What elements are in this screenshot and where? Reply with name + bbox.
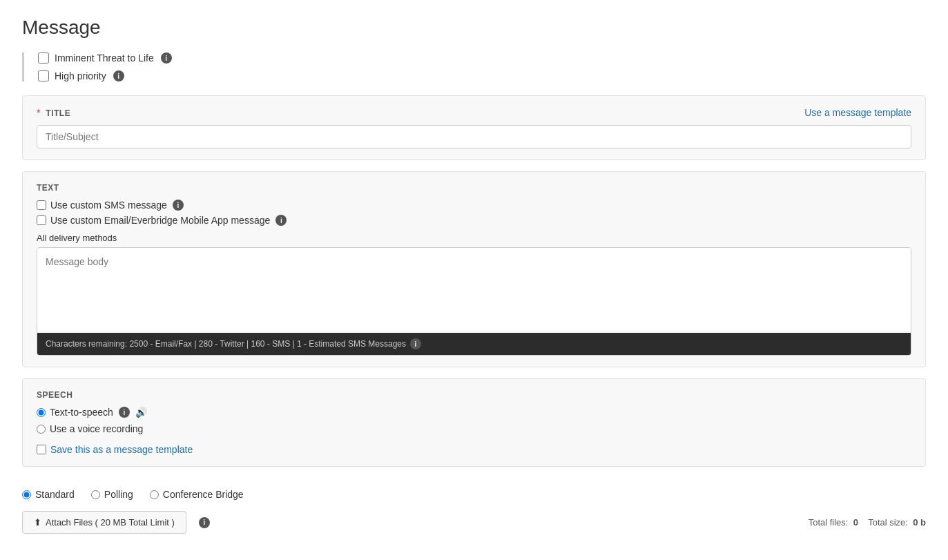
attach-files-label: Attach Files ( 20 MB Total Limit ) [46,517,175,528]
text-to-speech-label: Text-to-speech [50,407,113,418]
title-section: * TITLE Use a message template [22,95,926,160]
attach-files-button[interactable]: ⬆ Attach Files ( 20 MB Total Limit ) [22,511,186,534]
standard-delivery-item: Standard [22,489,75,500]
priority-section: Imminent Threat to Life i High priority … [22,52,926,81]
voice-recording-radio[interactable] [37,425,46,434]
required-star: * [37,107,40,118]
imminent-threat-label: Imminent Threat to Life [55,52,154,64]
page-title: Message [22,17,926,39]
char-counter-bar: Characters remaining: 2500 - Email/Fax |… [37,333,911,355]
custom-email-info-icon[interactable]: i [275,215,287,226]
polling-radio[interactable] [91,490,100,499]
text-to-speech-radio[interactable] [37,408,46,417]
save-template-label: Save this as a message template [50,444,193,455]
message-body-textarea[interactable] [37,248,911,331]
total-size-label: Total size: [868,517,908,528]
use-template-link[interactable]: Use a message template [804,107,911,118]
standard-label: Standard [35,489,75,500]
char-counter-text: Characters remaining: 2500 - Email/Fax |… [46,339,406,349]
speech-section-label: SPEECH [37,390,911,400]
speech-section: SPEECH Text-to-speech i 🔊 Use a voice re… [22,378,926,467]
polling-delivery-item: Polling [91,489,133,500]
polling-label: Polling [104,489,133,500]
custom-sms-info-icon[interactable]: i [173,200,184,211]
text-to-speech-row: Text-to-speech i 🔊 [37,407,911,418]
high-priority-row: High priority i [38,70,926,81]
char-counter-info-icon[interactable]: i [410,338,421,349]
imminent-threat-checkbox[interactable] [38,52,49,64]
imminent-threat-info-icon[interactable]: i [161,52,172,64]
standard-radio[interactable] [22,490,31,499]
custom-sms-checkbox[interactable] [37,200,46,210]
high-priority-label: High priority [55,70,106,81]
custom-email-checkbox[interactable] [37,215,46,225]
conference-bridge-radio[interactable] [150,490,159,499]
attach-info-icon[interactable]: i [199,517,210,528]
upload-icon: ⬆ [34,517,41,528]
conference-bridge-delivery-item: Conference Bridge [150,489,244,500]
delivery-type-row: Standard Polling Conference Bridge [22,489,926,500]
high-priority-checkbox[interactable] [38,70,49,81]
audio-icon: 🔊 [135,407,147,418]
imminent-threat-row: Imminent Threat to Life i [38,52,926,64]
title-label-wrapper: * TITLE [37,107,70,118]
save-template-row: Save this as a message template [37,444,911,455]
message-body-wrapper: Characters remaining: 2500 - Email/Fax |… [37,247,911,356]
page-container: Message Imminent Threat to Life i High p… [0,0,948,560]
text-to-speech-info-icon[interactable]: i [119,407,130,418]
bottom-section: Standard Polling Conference Bridge ⬆ Att… [22,478,926,545]
custom-email-label: Use custom Email/Everbridge Mobile App m… [50,215,270,226]
custom-email-row: Use custom Email/Everbridge Mobile App m… [37,215,911,226]
text-section: TEXT Use custom SMS message i Use custom… [22,171,926,367]
title-section-header: * TITLE Use a message template [37,107,911,118]
save-template-checkbox[interactable] [37,445,46,454]
text-section-label: TEXT [37,183,911,193]
conference-bridge-label: Conference Bridge [163,489,244,500]
high-priority-info-icon[interactable]: i [113,70,124,81]
voice-recording-row: Use a voice recording [37,423,911,434]
total-files-value: 0 [853,517,858,528]
delivery-methods-label: All delivery methods [37,233,911,243]
attach-row: ⬆ Attach Files ( 20 MB Total Limit ) i T… [22,511,926,534]
total-files-label: Total files: [809,517,849,528]
total-size-value: 0 b [913,517,926,528]
custom-sms-label: Use custom SMS message [50,200,167,211]
files-info: Total files: 0 Total size: 0 b [809,517,926,528]
title-input[interactable] [37,125,911,148]
title-field-label: TITLE [46,108,70,118]
custom-sms-row: Use custom SMS message i [37,200,911,211]
voice-recording-label: Use a voice recording [50,423,143,434]
